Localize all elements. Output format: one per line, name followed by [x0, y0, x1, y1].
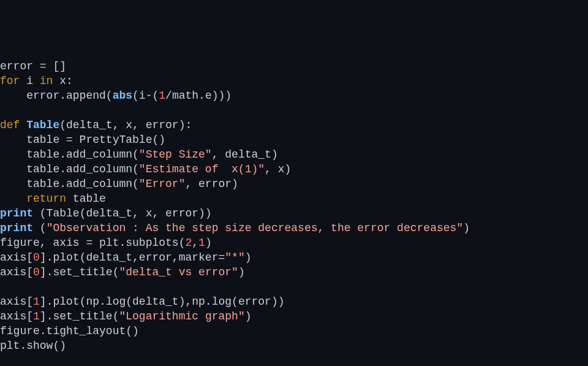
code-token: ): [463, 222, 470, 234]
number: 1: [159, 90, 165, 102]
code-token: table.add_column(: [0, 148, 139, 161]
code-token: ].set_title(: [40, 310, 119, 322]
code-token: error: [0, 60, 33, 72]
code-token: , delta_t): [212, 148, 278, 161]
code-token: ): [205, 237, 212, 249]
code-token: axis[: [0, 295, 33, 308]
string: "*": [225, 251, 244, 264]
string: "Logarithmic graph": [119, 310, 244, 322]
code-token: /math.e))): [165, 90, 232, 102]
code-token: x:: [53, 75, 72, 87]
code-token: = []: [33, 60, 66, 72]
string: "Estimate of x(1)": [139, 163, 265, 175]
number: 2: [185, 237, 192, 249]
code-token: [20, 119, 26, 131]
number: 1: [33, 310, 40, 322]
code-token: (: [33, 222, 47, 234]
keyword-return: return: [0, 193, 66, 205]
keyword-in: in: [40, 75, 53, 87]
code-editor[interactable]: error = [] for i in x: error.append(abs(…: [0, 59, 588, 366]
code-token: ): [238, 266, 245, 278]
code-token: (i-(: [132, 90, 159, 102]
code-token: ].set_title(: [40, 266, 119, 278]
code-token: ].plot(np.log(delta_t),np.log(error)): [40, 295, 285, 308]
code-line: table = PrettyTable(): [0, 134, 165, 146]
builtin-print: print: [0, 207, 33, 219]
code-token: ): [245, 310, 252, 322]
code-token: ): [245, 251, 252, 264]
code-token: table: [66, 193, 106, 205]
code-token: error.append(: [0, 90, 113, 102]
code-token: (Table(delta_t, x, error)): [33, 207, 212, 219]
number: 1: [33, 295, 40, 308]
string: "Step Size": [139, 148, 212, 161]
string: "Error": [139, 178, 186, 190]
code-token: i: [20, 75, 39, 87]
function-name: Table: [26, 119, 59, 131]
number: 1: [198, 237, 205, 249]
code-token: axis[: [0, 266, 33, 278]
code-token: axis[: [0, 310, 33, 322]
number: 0: [33, 266, 40, 278]
code-token: table.add_column(: [0, 178, 139, 190]
code-token: axis[: [0, 251, 33, 264]
code-token: (delta_t, x, error):: [59, 119, 192, 131]
builtin-print: print: [0, 222, 33, 234]
code-token: table.add_column(: [0, 163, 139, 175]
keyword-for: for: [0, 75, 20, 87]
code-line: plt.show(): [0, 340, 66, 352]
code-token: , error): [185, 178, 238, 190]
code-line: figure.tight_layout(): [0, 325, 139, 337]
number: 0: [33, 251, 40, 264]
code-token: , x): [265, 163, 291, 175]
builtin-abs: abs: [113, 90, 132, 102]
code-token: ,: [192, 237, 198, 249]
string: "Observation : As the step size decrease…: [47, 222, 464, 234]
string: "delta_t vs error": [119, 266, 238, 278]
code-token: ].plot(delta_t,error,marker=: [40, 251, 225, 264]
keyword-def: def: [0, 119, 20, 131]
code-token: figure, axis = plt.subplots(: [0, 237, 185, 249]
